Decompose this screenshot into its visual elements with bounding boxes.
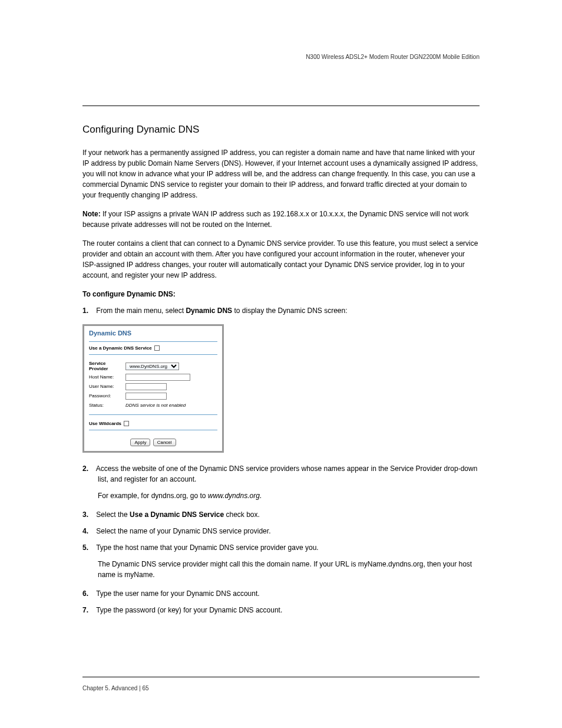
service-provider-select[interactable]: www.DynDNS.org <box>125 363 179 370</box>
user-name-label: User Name: <box>89 384 125 389</box>
step-number: 7. <box>82 605 94 615</box>
step2-example-link: www.dyndns.org <box>208 492 260 500</box>
step-number: 4. <box>82 526 94 536</box>
panel-title: Dynamic DNS <box>89 330 217 337</box>
screenshot-figure: Dynamic DNS Use a Dynamic DNS Service Se… <box>82 324 480 453</box>
step-text-bold: Use a Dynamic DNS Service <box>130 510 224 519</box>
steps-intro: To configure Dynamic DNS: <box>82 289 480 299</box>
page-header: N300 Wireless ADSL2+ Modem Router DGN220… <box>82 53 480 106</box>
step-text: Type the password (or key) for your Dyna… <box>96 606 282 614</box>
host-name-input[interactable] <box>125 374 190 381</box>
intro-paragraph-2: The router contains a client that can co… <box>82 238 480 281</box>
section-heading: Configuring Dynamic DNS <box>82 124 480 136</box>
service-provider-label: Service Provider <box>89 361 125 371</box>
step-text: Select the name of your Dynamic DNS serv… <box>96 527 270 535</box>
dynamic-dns-panel: Dynamic DNS Use a Dynamic DNS Service Se… <box>82 324 224 453</box>
step-number: 5. <box>82 542 94 553</box>
page-footer: Chapter 5. Advanced | 65 <box>82 677 480 693</box>
status-value: DDNS service is not enabled <box>125 403 186 408</box>
step-text-prefix: From the main menu, select <box>96 307 186 315</box>
step-text-prefix: Select the <box>96 510 130 519</box>
use-ddns-row: Use a Dynamic DNS Service <box>89 345 217 351</box>
use-ddns-label: Use a Dynamic DNS Service <box>89 345 152 351</box>
header-product-name: N300 Wireless ADSL2+ Modem Router DGN220… <box>82 53 480 61</box>
step-text-bold: Dynamic DNS <box>186 307 232 315</box>
step-text: Access the website of one of the Dynamic… <box>96 465 478 483</box>
step-5-extra: The Dynamic DNS service provider might c… <box>82 559 480 580</box>
note-label: Note: <box>82 210 101 218</box>
host-name-label: Host Name: <box>89 374 125 380</box>
apply-button[interactable]: Apply <box>130 439 150 446</box>
note-text: If your ISP assigns a private WAN IP add… <box>82 210 468 229</box>
step-number: 3. <box>82 509 94 520</box>
step-2-example: For example, for dyndns.org, go to www.d… <box>82 490 480 501</box>
step-5: 5. Type the host name that your Dynamic … <box>82 542 480 553</box>
cancel-button[interactable]: Cancel <box>153 439 176 446</box>
wildcards-checkbox[interactable] <box>124 421 129 426</box>
step-text: Type the user name for your Dynamic DNS … <box>96 589 259 598</box>
use-ddns-checkbox[interactable] <box>154 345 160 351</box>
step-text: Type the host name that your Dynamic DNS… <box>96 543 319 552</box>
footer-left: Chapter 5. Advanced | 65 <box>82 685 149 691</box>
step-number: 2. <box>82 463 94 474</box>
step-text-suffix: check box. <box>224 510 260 519</box>
step-3: 3. Select the Use a Dynamic DNS Service … <box>82 509 480 520</box>
step-4: 4. Select the name of your Dynamic DNS s… <box>82 526 480 536</box>
password-input[interactable] <box>125 393 167 400</box>
password-label: Password: <box>89 393 125 398</box>
step-6: 6. Type the user name for your Dynamic D… <box>82 588 480 599</box>
intro-paragraph-1: If your network has a permanently assign… <box>82 147 480 200</box>
step2-example-suffix: . <box>260 492 262 500</box>
wildcards-label: Use Wildcards <box>89 421 121 426</box>
step-number: 1. <box>82 305 94 316</box>
step-text-suffix: to display the Dynamic DNS screen: <box>232 307 347 315</box>
step-number: 6. <box>82 588 94 599</box>
status-label: Status: <box>89 403 125 408</box>
step-7: 7. Type the password (or key) for your D… <box>82 605 480 615</box>
step-2: 2. Access the website of one of the Dyna… <box>82 463 480 485</box>
user-name-input[interactable] <box>125 383 167 390</box>
step2-example-prefix: For example, for dyndns.org, go to <box>98 492 208 500</box>
note-block: Note: If your ISP assigns a private WAN … <box>82 209 480 230</box>
wildcards-row: Use Wildcards <box>89 421 217 426</box>
step-1: 1. From the main menu, select Dynamic DN… <box>82 305 480 316</box>
